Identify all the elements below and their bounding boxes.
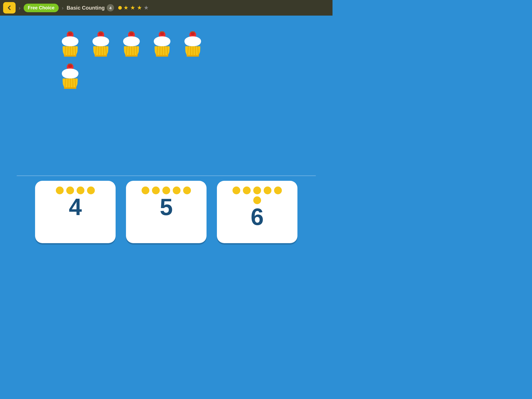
dots-4 bbox=[56, 187, 95, 194]
main-content: 4 5 bbox=[0, 16, 332, 249]
dots-6-top bbox=[232, 187, 282, 194]
back-button[interactable] bbox=[3, 2, 16, 14]
svg-line-45 bbox=[165, 46, 165, 56]
dot bbox=[77, 187, 84, 194]
dot bbox=[253, 187, 261, 194]
dot bbox=[162, 187, 170, 194]
dot bbox=[87, 187, 95, 194]
svg-point-37 bbox=[160, 32, 164, 35]
choice-card-6[interactable]: 6 bbox=[217, 181, 297, 243]
star-1: ★ bbox=[123, 4, 129, 11]
star-2: ★ bbox=[130, 4, 135, 11]
svg-line-19 bbox=[98, 46, 99, 56]
svg-rect-59 bbox=[187, 55, 199, 57]
section-divider bbox=[17, 175, 316, 176]
choices-area: 4 5 bbox=[0, 181, 332, 249]
svg-line-7 bbox=[68, 46, 68, 56]
star-4: ★ bbox=[144, 4, 149, 11]
breadcrumb-arrow-1: › bbox=[19, 5, 21, 11]
svg-line-67 bbox=[68, 78, 68, 88]
basic-counting-label: Basic Counting bbox=[66, 5, 105, 11]
cupcakes-area bbox=[0, 16, 332, 175]
dot bbox=[56, 187, 64, 194]
cupcake-3 bbox=[118, 31, 144, 60]
stars-area: ★ ★ ★ ★ bbox=[118, 4, 149, 11]
cupcake-6 bbox=[57, 63, 83, 92]
svg-line-33 bbox=[134, 46, 134, 56]
cupcake-4 bbox=[149, 31, 175, 60]
svg-line-55 bbox=[190, 46, 191, 56]
svg-line-69 bbox=[73, 78, 73, 88]
level-badge: 4 bbox=[107, 4, 114, 11]
cupcake-5 bbox=[180, 31, 206, 60]
dot bbox=[152, 187, 160, 194]
svg-rect-11 bbox=[64, 55, 76, 57]
cupcake-row-2 bbox=[57, 63, 83, 92]
svg-point-13 bbox=[99, 32, 103, 35]
dot bbox=[66, 187, 74, 194]
choice-card-5[interactable]: 5 bbox=[126, 181, 207, 243]
svg-rect-47 bbox=[156, 55, 168, 57]
svg-line-31 bbox=[129, 46, 129, 56]
choice-number-5: 5 bbox=[160, 195, 173, 219]
dot bbox=[173, 187, 181, 194]
dot bbox=[264, 187, 271, 194]
svg-line-57 bbox=[195, 46, 196, 56]
dot bbox=[232, 187, 240, 194]
choice-number-4: 4 bbox=[69, 195, 82, 219]
breadcrumb-basic-counting: Basic Counting 4 bbox=[66, 4, 114, 11]
star-3: ★ bbox=[137, 4, 142, 11]
svg-point-25 bbox=[129, 32, 134, 35]
svg-rect-71 bbox=[64, 87, 76, 89]
svg-rect-23 bbox=[95, 55, 107, 57]
cupcake-row-1 bbox=[57, 31, 206, 60]
dot bbox=[274, 187, 282, 194]
breadcrumb-free-choice[interactable]: Free Choice bbox=[24, 4, 59, 12]
svg-line-43 bbox=[160, 46, 160, 56]
svg-point-1 bbox=[68, 32, 72, 35]
dots-6-bot bbox=[253, 196, 261, 204]
cupcake-1 bbox=[57, 31, 83, 60]
choice-card-4[interactable]: 4 bbox=[35, 181, 116, 243]
dot bbox=[142, 187, 149, 194]
dot bbox=[243, 187, 251, 194]
svg-line-21 bbox=[103, 46, 104, 56]
svg-rect-35 bbox=[125, 55, 138, 57]
progress-dot bbox=[118, 6, 122, 10]
dots-5 bbox=[142, 187, 191, 194]
svg-line-9 bbox=[73, 46, 73, 56]
svg-point-49 bbox=[191, 32, 195, 35]
choice-number-6: 6 bbox=[251, 205, 264, 229]
navbar: › Free Choice › Basic Counting 4 ★ ★ ★ ★ bbox=[0, 0, 332, 16]
cupcake-2 bbox=[88, 31, 114, 60]
dot bbox=[253, 196, 261, 204]
breadcrumb-arrow-2: › bbox=[62, 5, 64, 11]
free-choice-label: Free Choice bbox=[28, 5, 55, 10]
svg-point-61 bbox=[68, 64, 72, 68]
dot bbox=[183, 187, 191, 194]
dots-6-wrapper bbox=[232, 187, 282, 204]
